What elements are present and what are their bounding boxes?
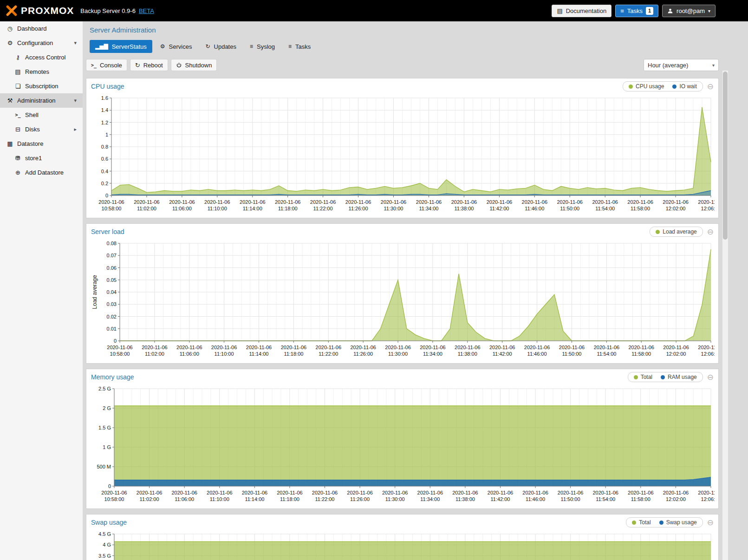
sidebar-item-label: Administration	[17, 97, 55, 104]
svg-text:11:38:00: 11:38:00	[454, 206, 474, 211]
documentation-button[interactable]: ▤ Documentation	[552, 5, 611, 17]
svg-text:11:34:00: 11:34:00	[420, 496, 440, 502]
legend-dot-icon	[672, 85, 676, 89]
beta-link[interactable]: BETA	[139, 7, 154, 14]
svg-text:0.07: 0.07	[107, 253, 117, 258]
cpu-usage-panel: CPU usage CPU usageIO wait ⊖ 00.20.40.60…	[86, 78, 719, 218]
sidebar-item-configuration[interactable]: ⚙Configuration▾	[0, 36, 83, 50]
svg-text:2020-11-06: 2020-11-06	[176, 345, 202, 350]
server-list-icon: ▤	[13, 68, 22, 75]
scrollbar-thumb[interactable]	[723, 72, 728, 240]
caret-right-icon[interactable]: ▸	[74, 126, 77, 132]
svg-text:2020-11-06: 2020-11-06	[350, 345, 376, 350]
database-icon: ⛃	[13, 155, 22, 162]
svg-text:4 G: 4 G	[103, 542, 111, 547]
ticket-icon: ❏	[13, 83, 22, 90]
console-button[interactable]: >_ Console	[86, 59, 127, 71]
time-range-select[interactable]: Hour (average) ▾	[644, 59, 719, 71]
svg-text:2020-11-06: 2020-11-06	[663, 490, 689, 495]
product-version: Backup Server 0.9-6	[80, 7, 136, 14]
cpu-usage-chart: 00.20.40.60.811.21.41.62020-11-0610:58:0…	[90, 94, 715, 215]
sidebar-item-disks[interactable]: ⊟Disks▸	[0, 122, 83, 137]
tab-label: Services	[169, 43, 192, 50]
svg-text:11:54:00: 11:54:00	[595, 206, 615, 211]
svg-text:2020-11-06: 2020-11-06	[310, 199, 336, 205]
svg-text:11:22:00: 11:22:00	[313, 206, 333, 211]
collapse-panel-icon[interactable]: ⊖	[707, 228, 714, 236]
svg-text:11:02:00: 11:02:00	[145, 351, 164, 357]
tab-syslog[interactable]: ≡Syslog	[244, 40, 280, 53]
svg-text:2020-11-06: 2020-11-06	[627, 199, 653, 205]
tab-tasks[interactable]: ≡Tasks	[283, 40, 316, 53]
legend-dot-icon	[661, 375, 665, 379]
tab-updates[interactable]: ↻Updates	[200, 40, 241, 53]
svg-text:2020-11-06: 2020-11-06	[557, 199, 582, 205]
collapse-panel-icon[interactable]: ⊖	[707, 373, 714, 381]
svg-text:4.5 G: 4.5 G	[98, 531, 111, 537]
tab-label: Tasks	[295, 43, 311, 50]
legend-label: IO wait	[679, 83, 696, 90]
svg-text:11:26:00: 11:26:00	[349, 206, 368, 211]
tab-services[interactable]: ⚙Services	[155, 40, 198, 53]
svg-text:2020-11-06: 2020-11-06	[137, 490, 162, 495]
svg-text:11:54:00: 11:54:00	[596, 496, 615, 502]
sidebar-item-administration[interactable]: ⚒Administration▾	[0, 93, 83, 108]
sidebar-item-label: Subscription	[25, 83, 59, 90]
archive-icon: ▦	[6, 140, 14, 147]
svg-text:2020-11-06: 2020-11-06	[522, 490, 548, 495]
svg-text:0.4: 0.4	[101, 169, 108, 174]
sidebar-item-datastore[interactable]: ▦Datastore	[0, 137, 83, 151]
tab-serverstatus[interactable]: ▂▅▇ServerStatus	[90, 40, 152, 53]
svg-text:11:42:00: 11:42:00	[493, 351, 512, 357]
svg-text:10:58:00: 10:58:00	[110, 351, 130, 357]
svg-text:2020-11-06: 2020-11-06	[559, 345, 585, 350]
sidebar-item-remotes[interactable]: ▤Remotes	[0, 65, 83, 79]
svg-text:2020-11-06: 2020-11-06	[345, 199, 371, 205]
svg-text:1.2: 1.2	[101, 120, 108, 125]
svg-text:0.05: 0.05	[107, 277, 117, 283]
swap-usage-panel: Swap usage TotalSwap usage ⊖ 0500 M1 G1.…	[86, 514, 719, 560]
svg-text:12:02:00: 12:02:00	[666, 496, 686, 502]
sidebar-item-subscription[interactable]: ❏Subscription	[0, 79, 83, 93]
svg-text:2020-11-06: 2020-11-06	[417, 490, 443, 495]
user-menu-button[interactable]: root@pam ▾	[662, 5, 715, 17]
svg-text:11:34:00: 11:34:00	[419, 206, 438, 211]
svg-text:11:14:00: 11:14:00	[245, 496, 264, 502]
sidebar-item-label: Remotes	[25, 68, 49, 75]
shutdown-button[interactable]: Shutdown	[171, 59, 217, 71]
sidebar-item-shell[interactable]: >_Shell	[0, 108, 83, 122]
sidebar-item-access-control[interactable]: ⚷Access Control	[0, 50, 83, 65]
sidebar-item-add-datastore[interactable]: ⊕Add Datastore	[0, 165, 83, 180]
svg-text:2020-11-06: 2020-11-06	[698, 345, 715, 350]
caret-down-icon[interactable]: ▾	[74, 98, 77, 104]
svg-text:2020-11-06: 2020-11-06	[487, 199, 512, 205]
legend-label: Total	[639, 519, 650, 526]
svg-text:11:02:00: 11:02:00	[140, 496, 159, 502]
sidebar-item-dashboard[interactable]: ◷Dashboard	[0, 21, 83, 36]
reboot-button[interactable]: ↻ Reboot	[130, 59, 168, 71]
svg-text:11:46:00: 11:46:00	[526, 496, 545, 502]
svg-text:11:34:00: 11:34:00	[423, 351, 442, 357]
svg-text:11:18:00: 11:18:00	[284, 351, 303, 357]
sidebar-item-label: Shell	[25, 111, 39, 118]
collapse-panel-icon[interactable]: ⊖	[707, 519, 714, 527]
legend-dot-icon	[659, 521, 663, 525]
svg-text:12:06:00: 12:06:00	[701, 496, 715, 502]
svg-text:11:58:00: 11:58:00	[631, 496, 650, 502]
svg-text:10:58:00: 10:58:00	[102, 206, 122, 211]
sidebar-item-store1[interactable]: ⛃store1	[0, 151, 83, 165]
legend-item-swap-usage: Swap usage	[659, 519, 697, 526]
legend-label: RAM usage	[668, 374, 697, 380]
key-icon: ⚷	[13, 54, 22, 61]
tasks-badge: 1	[646, 7, 653, 15]
svg-text:2020-11-06: 2020-11-06	[98, 199, 124, 205]
panels: CPU usage CPU usageIO wait ⊖ 00.20.40.60…	[86, 78, 719, 560]
svg-text:11:50:00: 11:50:00	[561, 496, 580, 502]
legend-item-cpu-usage: CPU usage	[629, 83, 664, 90]
vertical-scrollbar[interactable]	[722, 71, 728, 560]
svg-text:2 G: 2 G	[103, 405, 111, 411]
caret-down-icon[interactable]: ▾	[74, 40, 77, 46]
legend: CPU usageIO wait	[623, 81, 703, 91]
collapse-panel-icon[interactable]: ⊖	[707, 83, 714, 91]
tasks-button[interactable]: ≡ Tasks 1	[615, 5, 658, 17]
